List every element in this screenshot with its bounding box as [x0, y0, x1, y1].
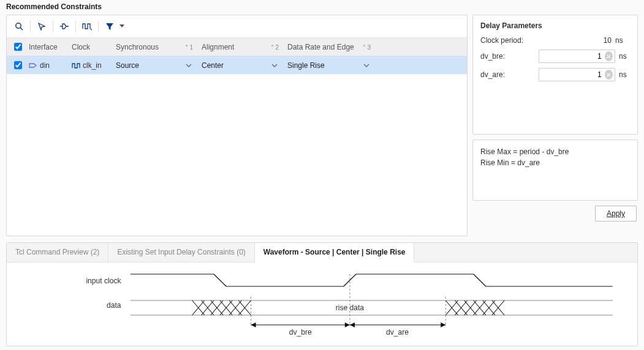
label-input-clock: input clock [86, 277, 121, 285]
chevron-down-icon [363, 64, 369, 67]
svg-line-1 [20, 28, 23, 30]
svg-marker-33 [345, 322, 350, 327]
dv-are-input[interactable]: ✕ [539, 68, 615, 81]
col-interface[interactable]: Interface [24, 38, 67, 56]
dv-bre-input-field[interactable] [539, 52, 603, 61]
row-check[interactable] [14, 61, 22, 69]
interface-name: din [40, 61, 50, 70]
sort-indicator: ˄ 1 [185, 43, 193, 50]
unit-ns: ns [615, 52, 630, 61]
label-dv-bre: dv_bre [289, 328, 312, 337]
filter-icon[interactable] [102, 19, 117, 34]
tab-tcl-preview[interactable]: Tcl Command Preview (2) [7, 243, 108, 262]
col-synchronous[interactable]: Synchronous˄ 1 [111, 38, 197, 56]
svg-marker-35 [350, 322, 355, 327]
svg-marker-32 [251, 322, 256, 327]
chevron-down-icon [271, 64, 278, 67]
cursor-icon[interactable] [34, 19, 49, 34]
page-title: Recommended Constraints [0, 0, 644, 15]
svg-marker-36 [441, 322, 445, 327]
chevron-down-icon [186, 64, 192, 67]
clear-icon[interactable]: ✕ [605, 70, 613, 80]
label-dv-are: dv_are [386, 328, 409, 337]
unit-ns: ns [615, 36, 630, 45]
col-clock[interactable]: Clock [67, 38, 111, 56]
check-all[interactable] [14, 43, 22, 51]
dv-bre-label: dv_bre: [480, 52, 539, 61]
dv-are-input-field[interactable] [539, 70, 603, 79]
toolbar-separator [30, 21, 31, 32]
input-port-icon [29, 62, 37, 69]
constraints-table: Interface Clock Synchronous˄ 1 Alignment… [7, 38, 467, 74]
label-data: data [107, 301, 121, 310]
waveform-area: input clock data rise data [7, 262, 637, 343]
alignment-select[interactable]: Center [202, 61, 278, 70]
table-row[interactable]: din clk_in Source [7, 56, 467, 75]
toolbar-separator [98, 21, 99, 32]
delay-parameters-title: Delay Parameters [480, 21, 630, 30]
constraints-panel: Interface Clock Synchronous˄ 1 Alignment… [6, 15, 468, 236]
synchronous-select[interactable]: Source [116, 61, 192, 70]
waveform-icon[interactable] [80, 19, 94, 34]
delay-parameters-panel: Delay Parameters Clock period: 10 ns dv_… [472, 15, 638, 135]
clock-name: clk_in [83, 61, 102, 70]
datarate-select[interactable]: Single Rise [287, 61, 369, 70]
clear-icon[interactable]: ✕ [605, 51, 613, 61]
tab-existing-constraints[interactable]: Existing Set Input Delay Constraints (0) [108, 243, 254, 262]
tab-waveform[interactable]: Waveform - Source | Center | Single Rise [255, 243, 415, 262]
formula-line: Rise Min = dv_are [480, 157, 630, 168]
col-check[interactable] [7, 38, 24, 56]
clock-period-value: 10 [539, 36, 615, 45]
clock-icon [72, 62, 80, 69]
col-datarate[interactable]: Data Rate and Edge˄ 3 [282, 38, 374, 56]
toolbar-separator [53, 21, 53, 32]
search-icon[interactable] [12, 19, 26, 34]
col-alignment[interactable]: Alignment˄ 2 [197, 38, 282, 56]
dv-bre-input[interactable]: ✕ [539, 50, 615, 63]
unit-ns: ns [615, 70, 630, 79]
filter-menu-icon[interactable] [118, 19, 126, 34]
dv-are-label: dv_are: [480, 70, 539, 79]
toolbar-separator [75, 21, 76, 32]
sort-indicator: ˄ 3 [363, 43, 371, 50]
schematic-icon[interactable] [57, 19, 72, 34]
formula-panel: Rise Max = period - dv_bre Rise Min = dv… [472, 140, 638, 201]
bottom-tabs: Tcl Command Preview (2) Existing Set Inp… [6, 242, 638, 346]
svg-point-0 [16, 23, 21, 28]
formula-line: Rise Max = period - dv_bre [480, 146, 630, 157]
apply-button[interactable]: Apply [595, 206, 637, 222]
toolbar [7, 15, 467, 38]
sort-indicator: ˄ 2 [271, 43, 279, 50]
clock-period-label: Clock period: [480, 36, 539, 45]
